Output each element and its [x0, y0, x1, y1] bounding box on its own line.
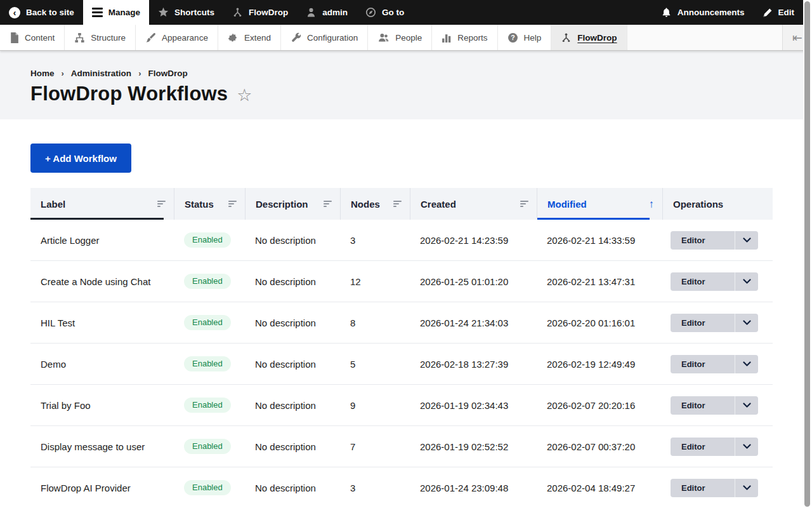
workflow-modified: 2026-02-19 12:49:49 [537, 344, 662, 384]
menu-item-help[interactable]: ? Help [498, 25, 552, 50]
dropdown-toggle[interactable] [735, 479, 758, 497]
editor-button[interactable]: Editor [671, 438, 735, 456]
editor-button[interactable]: Editor [671, 272, 735, 291]
workflow-created: 2026-02-21 14:23:59 [410, 220, 537, 260]
dropdown-toggle[interactable] [735, 438, 758, 456]
editor-button[interactable]: Editor [671, 314, 735, 332]
help-icon: ? [508, 32, 518, 43]
workflow-modified: 2026-02-07 00:37:20 [537, 426, 662, 467]
flowdrop-fork-icon [232, 7, 243, 18]
column-header-nodes[interactable]: Nodes [340, 188, 410, 220]
workflow-description: No description [245, 467, 340, 508]
workflow-nodes: 3 [340, 467, 410, 508]
menu-item-people[interactable]: People [368, 25, 432, 50]
admin-user-button[interactable]: admin [297, 0, 357, 25]
table-row: HIL TestEnabledNo description82026-01-24… [30, 302, 773, 344]
operations-dropbutton[interactable]: Editor [671, 438, 758, 456]
manage-tab[interactable]: Manage [83, 0, 149, 25]
favorite-star-icon[interactable]: ☆ [237, 87, 252, 104]
operations-dropbutton[interactable]: Editor [671, 272, 758, 291]
add-workflow-button[interactable]: + Add Workflow [30, 144, 131, 173]
status-badge: Enabled [184, 480, 231, 496]
shortcuts-label: Shortcuts [174, 8, 214, 17]
table-row: DemoEnabledNo description52026-02-18 13:… [30, 344, 773, 385]
operations-dropbutton[interactable]: Editor [671, 396, 758, 415]
editor-button[interactable]: Editor [671, 231, 735, 250]
menu-item-content[interactable]: Content [0, 25, 65, 50]
workflow-description: No description [245, 220, 340, 260]
compass-icon [365, 7, 376, 18]
document-icon [10, 32, 19, 43]
scrollbar-thumb[interactable] [804, 1, 810, 507]
menu-label-configuration: Configuration [307, 33, 358, 43]
column-header-label[interactable]: Label [30, 188, 174, 220]
column-header-operations: Operations [662, 188, 773, 220]
sort-icon [324, 199, 332, 208]
wrench-icon [291, 32, 301, 43]
dropdown-toggle[interactable] [735, 314, 758, 332]
workflow-operations-cell: Editor [662, 467, 773, 508]
sort-icon [228, 199, 237, 208]
workflow-label: Demo [30, 344, 174, 384]
menu-item-appearance[interactable]: Appearance [136, 25, 218, 50]
editor-button[interactable]: Editor [671, 396, 735, 415]
column-header-description[interactable]: Description [245, 188, 340, 220]
dropdown-toggle[interactable] [735, 231, 758, 250]
table-row: Display message to userEnabledNo descrip… [30, 426, 773, 467]
menu-label-people: People [395, 33, 422, 43]
bar-chart-icon [442, 32, 452, 43]
dropdown-toggle[interactable] [735, 396, 758, 415]
page-header: Home › Administration › FlowDrop FlowDro… [0, 51, 812, 119]
workflow-nodes: 3 [340, 220, 410, 260]
pencil-icon [763, 8, 773, 18]
shortcuts-button[interactable]: Shortcuts [149, 0, 223, 25]
menu-item-configuration[interactable]: Configuration [281, 25, 368, 50]
breadcrumb-separator: › [62, 69, 64, 78]
editor-button[interactable]: Editor [671, 479, 735, 497]
edit-label: Edit [778, 8, 795, 17]
breadcrumb-home[interactable]: Home [30, 69, 55, 78]
workflow-status-cell: Enabled [174, 302, 245, 343]
menu-item-reports[interactable]: Reports [432, 25, 497, 50]
workflow-modified: 2026-02-04 18:49:27 [537, 467, 662, 508]
workflow-created: 2026-02-18 13:27:39 [410, 344, 537, 384]
manage-label: Manage [108, 8, 140, 17]
operations-dropbutton[interactable]: Editor [671, 314, 758, 332]
breadcrumb-administration[interactable]: Administration [71, 69, 131, 78]
editor-button[interactable]: Editor [671, 355, 735, 373]
status-badge: Enabled [184, 398, 231, 413]
workflow-status-cell: Enabled [174, 426, 245, 467]
menu-item-structure[interactable]: Structure [65, 25, 136, 50]
menu-item-flowdrop[interactable]: FlowDrop [551, 25, 627, 50]
dropdown-toggle[interactable] [735, 355, 758, 373]
column-header-created[interactable]: Created [410, 188, 537, 220]
goto-button[interactable]: Go to [357, 0, 413, 25]
flowdrop-toolbar-button[interactable]: FlowDrop [223, 0, 297, 25]
column-header-modified[interactable]: Modified ↑ [537, 188, 662, 220]
flowdrop-menu-icon [561, 32, 572, 43]
dropdown-toggle[interactable] [735, 272, 758, 291]
workflow-label: Article Logger [30, 220, 174, 260]
workflows-table: Label Status Description Nodes Created M… [30, 188, 773, 508]
page-scrollbar[interactable] [803, 0, 812, 508]
table-row: Create a Node using ChatEnabledNo descri… [30, 261, 773, 302]
puzzle-icon [228, 32, 239, 43]
edit-button[interactable]: Edit [754, 0, 804, 25]
operations-dropbutton[interactable]: Editor [671, 355, 758, 373]
workflow-status-cell: Enabled [174, 261, 245, 302]
chevron-down-icon [743, 237, 751, 243]
menu-item-extend[interactable]: Extend [218, 25, 281, 50]
workflow-modified: 2026-02-21 13:47:31 [537, 261, 662, 302]
user-icon [306, 7, 317, 18]
announcements-button[interactable]: Announcements [652, 0, 754, 25]
back-to-site-button[interactable]: ‹ Back to site [0, 0, 83, 25]
breadcrumb-flowdrop[interactable]: FlowDrop [148, 69, 187, 78]
operations-dropbutton[interactable]: Editor [671, 231, 758, 250]
operations-dropbutton[interactable]: Editor [671, 479, 758, 497]
workflow-nodes: 8 [340, 302, 410, 343]
back-to-site-label: Back to site [26, 8, 74, 17]
workflow-operations-cell: Editor [662, 220, 773, 260]
bell-icon [661, 7, 672, 18]
collapse-icon: ⇤ [792, 30, 802, 45]
column-header-status[interactable]: Status [174, 188, 245, 220]
